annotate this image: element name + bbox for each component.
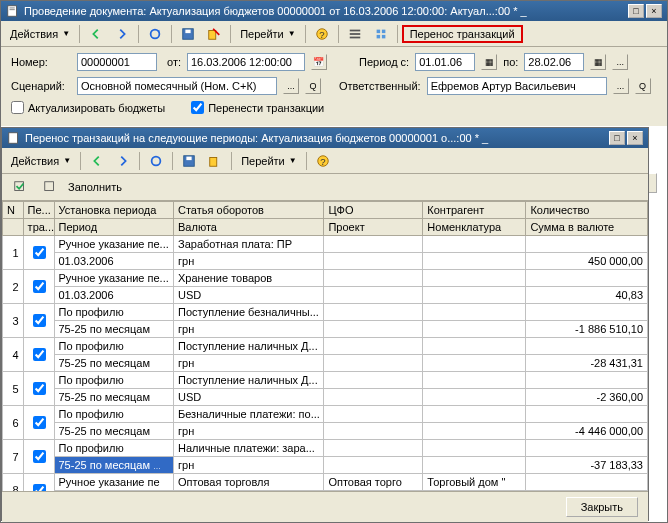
cell-contragent[interactable] xyxy=(423,236,526,253)
cell-project[interactable] xyxy=(324,457,423,474)
row-checkbox[interactable] xyxy=(23,304,54,338)
cell-contragent[interactable] xyxy=(423,406,526,423)
cell-cfo[interactable] xyxy=(324,338,423,355)
cell-article[interactable]: Заработная плата: ПР xyxy=(174,236,324,253)
save-icon[interactable] xyxy=(176,24,200,44)
row-checkbox[interactable] xyxy=(23,236,54,270)
cell-nomenclature[interactable] xyxy=(423,389,526,406)
cell-setting[interactable]: По профилю xyxy=(54,406,174,423)
date-button[interactable]: 📅 xyxy=(311,54,327,70)
actions-menu[interactable]: Действия▼ xyxy=(5,25,75,43)
row-checkbox[interactable] xyxy=(23,372,54,406)
sub-goto-menu[interactable]: Перейти▼ xyxy=(236,152,302,170)
cell-article[interactable]: Безналичные платежи: по... xyxy=(174,406,324,423)
table-row[interactable]: 75-25 по месяцам …грн-37 183,33 xyxy=(3,457,648,474)
cell-nomenclature[interactable] xyxy=(423,355,526,372)
table-row[interactable]: 5По профилюПоступление наличных Д... xyxy=(3,372,648,389)
transfer-checkbox[interactable]: Перенести транзакции xyxy=(191,101,324,114)
cell-sum[interactable]: -2 360,00 xyxy=(526,389,648,406)
table-row[interactable]: 4По профилюПоступление наличных Д... xyxy=(3,338,648,355)
table-row[interactable]: 7По профилюНаличные платежи: зара... xyxy=(3,440,648,457)
resp-dots[interactable]: ... xyxy=(613,78,629,94)
cell-project[interactable] xyxy=(324,253,423,270)
cell-setting[interactable]: Ручное указание пе... xyxy=(54,270,174,287)
cell-nomenclature[interactable] xyxy=(423,253,526,270)
table-row[interactable]: 01.03.2006USD40,83 xyxy=(3,287,648,304)
scenario-q[interactable]: Q xyxy=(305,78,321,94)
actualize-checkbox[interactable]: Актуализировать бюджеты xyxy=(11,101,165,114)
row-checkbox[interactable] xyxy=(23,440,54,474)
cell-project[interactable] xyxy=(324,355,423,372)
col-setting[interactable]: Установка периода xyxy=(54,202,174,219)
responsible-field[interactable]: Ефремов Артур Васильевич xyxy=(427,77,607,95)
cell-qty[interactable] xyxy=(526,304,648,321)
cell-setting[interactable]: Ручное указание пе xyxy=(54,474,174,491)
cell-qty[interactable] xyxy=(526,236,648,253)
cell-article[interactable]: Оптовая торговля xyxy=(174,474,324,491)
cell-article[interactable]: Хранение товаров xyxy=(174,270,324,287)
list-icon[interactable] xyxy=(343,24,367,44)
period-from-field[interactable]: 01.01.06 xyxy=(415,53,475,71)
cell-nomenclature[interactable] xyxy=(423,457,526,474)
close-button[interactable]: Закрыть xyxy=(566,497,638,517)
table-row[interactable]: 75-25 по месяцамгрн-4 446 000,00 xyxy=(3,423,648,440)
cell-project[interactable] xyxy=(324,389,423,406)
sub-max-button[interactable]: □ xyxy=(609,131,625,145)
cell-cfo[interactable] xyxy=(324,270,423,287)
cell-period[interactable]: 75-25 по месяцам xyxy=(54,423,174,440)
cell-period[interactable]: 75-25 по месяцам … xyxy=(54,457,174,474)
goto-menu[interactable]: Перейти▼ xyxy=(235,25,301,43)
col-article[interactable]: Статья оборотов xyxy=(174,202,324,219)
cell-project[interactable] xyxy=(324,287,423,304)
cell-qty[interactable] xyxy=(526,440,648,457)
back-icon[interactable] xyxy=(84,24,108,44)
from-field[interactable]: 16.03.2006 12:00:00 xyxy=(187,53,305,71)
table-row[interactable]: 01.03.2006грн450 000,00 xyxy=(3,253,648,270)
fill-button[interactable]: Заполнить xyxy=(68,181,122,193)
resp-q[interactable]: Q xyxy=(635,78,651,94)
col-contragent[interactable]: Контрагент xyxy=(423,202,526,219)
table-row[interactable]: 1Ручное указание пе...Заработная плата: … xyxy=(3,236,648,253)
cell-qty[interactable] xyxy=(526,338,648,355)
cell-currency[interactable]: грн xyxy=(174,321,324,338)
cell-currency[interactable]: грн xyxy=(174,355,324,372)
cell-currency[interactable]: USD xyxy=(174,389,324,406)
cell-contragent[interactable]: Торговый дом " xyxy=(423,474,526,491)
row-checkbox[interactable] xyxy=(23,338,54,372)
cell-contragent[interactable] xyxy=(423,338,526,355)
cell-sum[interactable]: -4 446 000,00 xyxy=(526,423,648,440)
cell-currency[interactable]: USD xyxy=(174,287,324,304)
sub-actions-menu[interactable]: Действия▼ xyxy=(6,152,76,170)
col-qty[interactable]: Количество xyxy=(526,202,648,219)
sub-help-icon[interactable]: ? xyxy=(311,151,335,171)
main-max-button[interactable]: □ xyxy=(628,4,644,18)
cell-article[interactable]: Поступление безналичны... xyxy=(174,304,324,321)
cell-qty[interactable] xyxy=(526,406,648,423)
cal2-button[interactable]: ▦ xyxy=(590,54,606,70)
period-to-field[interactable]: 28.02.06 xyxy=(524,53,584,71)
cell-period[interactable]: 75-25 по месяцам xyxy=(54,355,174,372)
number-field[interactable]: 00000001 xyxy=(77,53,157,71)
row-checkbox[interactable] xyxy=(23,406,54,440)
cell-period[interactable]: 75-25 по месяцам xyxy=(54,321,174,338)
checkall-icon[interactable] xyxy=(8,177,32,197)
sub-refresh-icon[interactable] xyxy=(144,151,168,171)
cell-contragent[interactable] xyxy=(423,372,526,389)
table-row[interactable]: 2Ручное указание пе...Хранение товаров xyxy=(3,270,648,287)
table-row[interactable]: 3По профилюПоступление безналичны... xyxy=(3,304,648,321)
sub-forward-icon[interactable] xyxy=(111,151,135,171)
row-checkbox[interactable] xyxy=(23,474,54,492)
cell-cfo[interactable]: Оптовая торго xyxy=(324,474,423,491)
table-row[interactable]: 75-25 по месяцамгрн-1 886 510,10 xyxy=(3,321,648,338)
help-icon[interactable]: ? xyxy=(310,24,334,44)
col-cfo[interactable]: ЦФО xyxy=(324,202,423,219)
cell-project[interactable] xyxy=(324,423,423,440)
cell-sum[interactable]: -37 183,33 xyxy=(526,457,648,474)
cell-setting[interactable]: По профилю xyxy=(54,304,174,321)
cell-setting[interactable]: По профилю xyxy=(54,440,174,457)
cell-nomenclature[interactable] xyxy=(423,321,526,338)
cell-currency[interactable]: грн xyxy=(174,457,324,474)
cell-cfo[interactable] xyxy=(324,440,423,457)
cell-setting[interactable]: Ручное указание пе... xyxy=(54,236,174,253)
cell-currency[interactable]: грн xyxy=(174,423,324,440)
